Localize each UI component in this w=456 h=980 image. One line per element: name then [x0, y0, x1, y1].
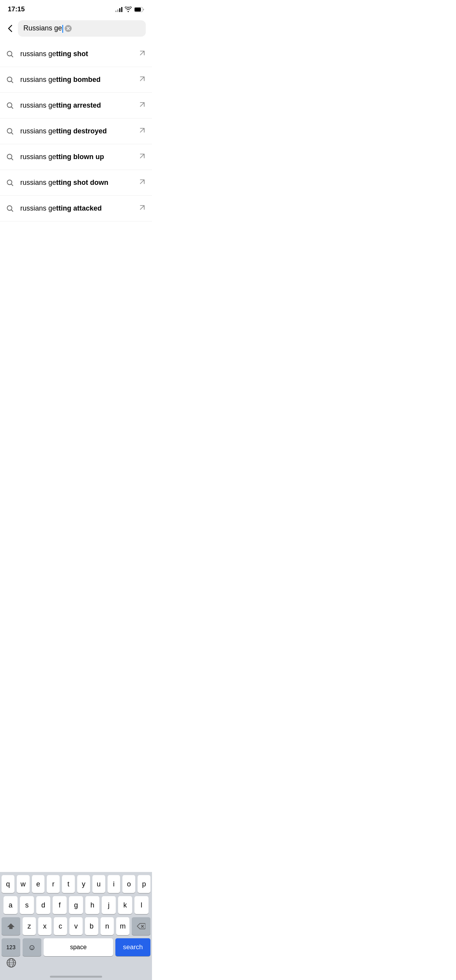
clear-button[interactable]: [63, 24, 73, 33]
search-input-wrap: Russians ge: [18, 20, 146, 37]
fill-arrow-icon: [139, 101, 146, 110]
suggestions-list: russians getting shot russians getting b…: [0, 41, 152, 222]
back-button[interactable]: [6, 23, 14, 34]
suggestion-text: russians getting arrested: [20, 101, 139, 110]
suggestion-item[interactable]: russians getting shot: [0, 41, 152, 67]
suggestion-item[interactable]: russians getting attacked: [0, 196, 152, 222]
fill-arrow-icon: [139, 127, 146, 136]
suggestion-text: russians getting attacked: [20, 204, 139, 213]
fill-arrow-icon: [139, 204, 146, 213]
fill-arrow-icon: [139, 152, 146, 161]
battery-icon: [134, 7, 144, 12]
search-query-text: Russians ge: [23, 24, 62, 32]
search-input[interactable]: Russians ge: [23, 24, 63, 32]
suggestion-text: russians getting shot: [20, 50, 139, 58]
suggestion-item[interactable]: russians getting blown up: [0, 144, 152, 170]
fill-arrow-icon: [139, 178, 146, 187]
wifi-icon: [125, 7, 132, 12]
suggestion-item[interactable]: russians getting arrested: [0, 93, 152, 119]
search-icon: [6, 128, 20, 135]
fill-arrow-icon: [139, 50, 146, 58]
fill-arrow-icon: [139, 75, 146, 84]
status-icons: [115, 7, 144, 12]
signal-icon: [115, 7, 122, 12]
status-time: 17:15: [8, 5, 25, 13]
search-icon: [6, 76, 20, 84]
suggestion-text: russians getting shot down: [20, 179, 139, 187]
suggestion-text: russians getting blown up: [20, 153, 139, 161]
suggestion-item[interactable]: russians getting shot down: [0, 170, 152, 196]
search-icon: [6, 179, 20, 187]
status-bar: 17:15: [0, 0, 152, 17]
svg-rect-1: [135, 7, 141, 11]
search-icon: [6, 102, 20, 110]
search-icon: [6, 153, 20, 161]
suggestion-item[interactable]: russians getting destroyed: [0, 119, 152, 144]
suggestion-text: russians getting destroyed: [20, 127, 139, 135]
search-bar: Russians ge: [0, 17, 152, 41]
search-icon: [6, 205, 20, 213]
search-icon: [6, 50, 20, 58]
suggestion-text: russians getting bombed: [20, 76, 139, 84]
suggestion-item[interactable]: russians getting bombed: [0, 67, 152, 93]
